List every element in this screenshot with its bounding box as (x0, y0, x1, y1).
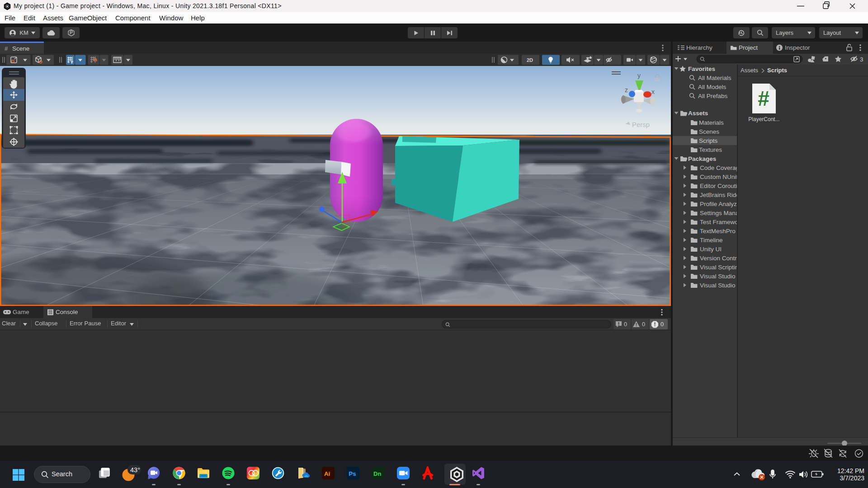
svg-text:All Models: All Models (698, 84, 726, 90)
svg-text:Scripts: Scripts (699, 137, 718, 144)
svg-text:Ps: Ps (349, 470, 356, 477)
svg-text:Persp: Persp (632, 121, 650, 128)
svg-text:Profile Analyzer: Profile Analyzer (700, 201, 737, 207)
svg-text:TextMeshPro: TextMeshPro (700, 228, 736, 235)
svg-text:Scenes: Scenes (699, 128, 719, 135)
svg-text:Visual Scripting: Visual Scripting (700, 264, 737, 271)
svg-text:Custom NUnit: Custom NUnit (700, 174, 737, 180)
svg-text:3: 3 (860, 56, 863, 63)
svg-text:43°: 43° (130, 466, 140, 474)
svg-text:Editor Coroutines: Editor Coroutines (700, 183, 737, 189)
svg-text:Project: Project (739, 44, 758, 51)
svg-text:Timeline: Timeline (700, 237, 723, 244)
svg-text:Visual Studio: Visual Studio (700, 282, 736, 289)
svg-text:Code Coverage: Code Coverage (700, 164, 737, 171)
svg-text:Inspector: Inspector (785, 44, 810, 51)
svg-text:Hierarchy: Hierarchy (686, 44, 712, 51)
svg-text:All Prefabs: All Prefabs (698, 93, 728, 99)
svg-text:y: y (637, 72, 641, 79)
svg-text:All Materials: All Materials (698, 75, 731, 81)
svg-text:Y: Y (71, 60, 73, 65)
svg-text:Materials: Materials (699, 119, 724, 126)
svg-text:Version Control: Version Control (700, 255, 737, 262)
svg-text:Ai: Ai (324, 470, 330, 477)
svg-text:#: # (758, 87, 769, 110)
svg-text:Packages: Packages (688, 155, 716, 162)
svg-text:Textures: Textures (699, 146, 722, 153)
svg-text:Visual Studio: Visual Studio (700, 273, 736, 280)
svg-text:Console: Console (56, 309, 78, 315)
svg-text:Settings Manager: Settings Manager (700, 210, 737, 216)
svg-text:Dn: Dn (373, 470, 381, 477)
svg-text:Test Framework: Test Framework (700, 219, 737, 225)
svg-text:z: z (625, 86, 628, 94)
svg-text:JetBrains Rider: JetBrains Rider (700, 192, 737, 198)
svg-text:Unity UI: Unity UI (700, 246, 722, 253)
svg-text:Favorites: Favorites (688, 66, 715, 72)
svg-text:Assets: Assets (688, 110, 708, 117)
svg-text:2D: 2D (527, 57, 533, 63)
svg-text:x: x (651, 88, 655, 95)
svg-text:Game: Game (13, 309, 29, 315)
